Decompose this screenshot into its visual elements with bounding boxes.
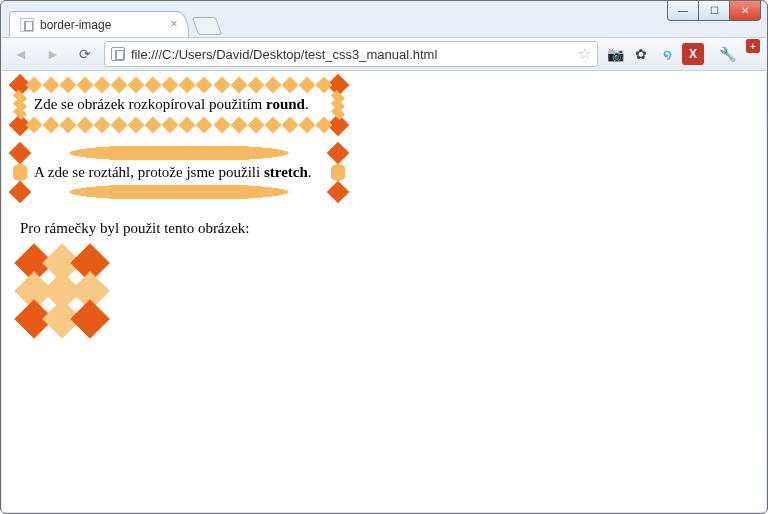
tab-title: border-image [40,18,111,32]
bookmark-star-icon[interactable]: ☆ [578,45,591,63]
box1-dot: . [305,96,309,112]
diamond-icon [70,299,110,339]
border-edge-bottom [28,119,330,131]
sample-caption: Pro rámečky byl použit tento obrázek: [20,220,748,237]
box2-text: A zde se roztáhl, protože jsme použili [34,164,264,180]
new-tab-button[interactable] [192,17,223,35]
browser-toolbar: ◄ ► ⟳ file:///C:/Users/David/Desktop/tes… [2,37,766,71]
tab-border-image[interactable]: border-image × [9,11,189,37]
box1-bold: round [266,96,305,112]
address-bar[interactable]: file:///C:/Users/David/Desktop/test_css3… [104,41,598,67]
border-edge-bottom [28,185,330,199]
browser-window: — ☐ ✕ border-image × ◄ ► ⟳ file:///C:/Us… [0,0,768,514]
box2-bold: stretch [264,164,308,180]
box2-dot: . [308,164,312,180]
border-edge-right [331,161,345,185]
diamond-icon [327,181,350,204]
maximize-button[interactable]: ☐ [698,1,730,21]
wrench-menu-button[interactable]: 🔧 [714,41,740,67]
border-edge-left [14,93,26,117]
back-button[interactable]: ◄ [8,41,34,67]
page-icon [111,47,125,61]
border-image-stretch-box: A zde se roztáhl, protože jsme použili s… [20,153,338,193]
minimize-button[interactable]: — [667,1,699,21]
swirl-extension-icon[interactable]: ໑ [656,43,678,65]
border-edge-left [13,161,27,185]
extension-icons: 📷 ✿ ໑ X [604,43,704,65]
url-text: file:///C:/Users/David/Desktop/test_css3… [131,47,437,62]
border-edge-top [28,79,330,91]
forward-button[interactable]: ► [40,41,66,67]
page-viewport: Zde se obrázek rozkopíroval použitím rou… [2,71,766,512]
reload-button[interactable]: ⟳ [72,41,98,67]
close-tab-button[interactable]: × [168,18,180,30]
tab-strip: border-image × [9,11,219,37]
close-window-button[interactable]: ✕ [729,1,761,21]
file-icon [20,18,34,32]
border-image-sample [20,249,104,333]
gear-extension-icon[interactable]: ✿ [630,43,652,65]
box1-text: Zde se obrázek rozkopíroval použitím [34,96,266,112]
red-x-extension-icon[interactable]: X [682,43,704,65]
border-edge-top [28,146,330,160]
camera-extension-icon[interactable]: 📷 [604,43,626,65]
border-image-round-box: Zde se obrázek rozkopíroval použitím rou… [20,85,338,125]
window-controls: — ☐ ✕ [668,1,761,21]
border-edge-right [332,93,344,117]
corner-badge-icon[interactable]: + [746,39,760,53]
